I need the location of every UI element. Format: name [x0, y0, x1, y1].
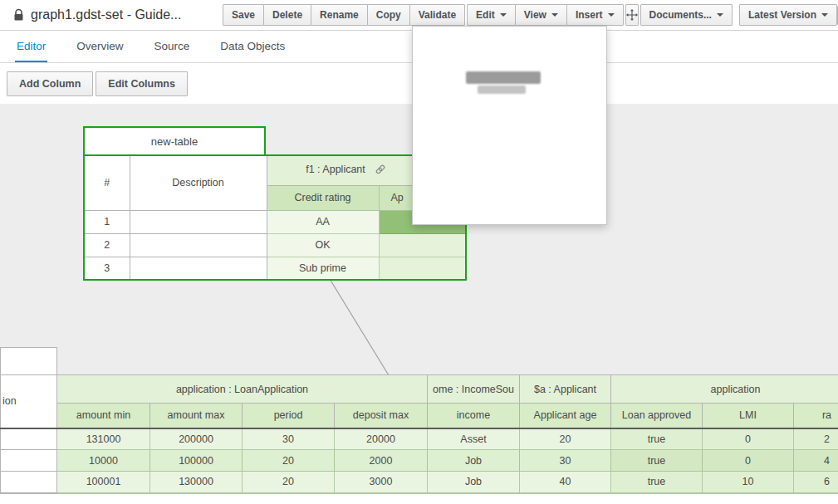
app-window: graph1.gdst-set - Guide... Save Delete R…: [0, 0, 838, 504]
cell[interactable]: 30: [520, 450, 611, 472]
edit-menu-label: Edit: [476, 9, 495, 21]
column-header[interactable]: Loan approved: [611, 404, 703, 428]
asset-title: graph1.gdst-set - Guide...: [13, 7, 223, 22]
cell[interactable]: [379, 233, 466, 257]
cell-credit-rating[interactable]: AA: [267, 210, 379, 233]
move-icon: [626, 9, 638, 21]
row-number-cell[interactable]: 3: [84, 257, 130, 280]
row-number-cell[interactable]: 2: [84, 233, 130, 257]
pattern-header-application[interactable]: application: [611, 375, 838, 404]
cell[interactable]: 6: [794, 472, 838, 493]
cell[interactable]: 30: [243, 428, 335, 450]
cell[interactable]: 0: [703, 428, 794, 450]
delete-button[interactable]: Delete: [263, 4, 311, 26]
description-cell[interactable]: [130, 233, 267, 257]
rename-button[interactable]: Rename: [311, 4, 368, 26]
description-cell[interactable]: [130, 210, 267, 233]
cell[interactable]: true: [611, 428, 703, 450]
cell[interactable]: 20: [243, 472, 335, 493]
description-cell[interactable]: [1, 428, 57, 450]
column-header[interactable]: income: [428, 404, 520, 428]
cell-credit-rating[interactable]: OK: [267, 233, 379, 257]
column-header[interactable]: ra: [794, 404, 838, 428]
cell[interactable]: true: [611, 472, 703, 493]
bottom-strip: [0, 494, 838, 504]
tab-source[interactable]: Source: [153, 31, 192, 62]
edit-menu-button[interactable]: Edit: [467, 4, 516, 26]
caret-down-icon: [821, 13, 828, 17]
table-caption[interactable]: new-table: [83, 126, 266, 154]
version-menu-button[interactable]: Latest Version: [739, 4, 837, 26]
cell-credit-rating[interactable]: Sub prime: [267, 257, 379, 280]
menu-group: Edit View Insert: [467, 4, 624, 26]
cell[interactable]: 2000: [335, 450, 428, 472]
caption-remnant-cell[interactable]: [1, 348, 57, 375]
insert-menu-label: Insert: [576, 9, 603, 21]
column-header[interactable]: amount max: [150, 404, 243, 428]
caret-down-icon: [608, 13, 615, 17]
view-menu-button[interactable]: View: [515, 4, 567, 26]
cell[interactable]: 100000: [150, 450, 243, 472]
cell[interactable]: Job: [428, 450, 520, 472]
description-cell[interactable]: [1, 450, 57, 472]
cell[interactable]: [379, 257, 466, 280]
column-header[interactable]: Applicant age: [520, 404, 611, 428]
pattern-header-applicant[interactable]: $a : Applicant: [520, 375, 611, 404]
redacted-text: [478, 86, 526, 94]
column-header[interactable]: period: [243, 404, 335, 428]
description-cell[interactable]: [1, 472, 57, 493]
view-menu-label: View: [524, 9, 546, 21]
header-cell-row-number[interactable]: #: [84, 155, 130, 210]
cell[interactable]: 10000: [57, 450, 150, 472]
description-cell[interactable]: [130, 257, 267, 280]
cell[interactable]: Asset: [428, 428, 520, 450]
header-cell-description[interactable]: Description: [130, 155, 267, 210]
caret-down-icon: [500, 13, 507, 17]
copy-button[interactable]: Copy: [367, 4, 410, 26]
column-header[interactable]: LMI: [703, 404, 794, 428]
decision-table-upper: new-table # Description f1 : Applicant C…: [83, 126, 467, 281]
pattern-header-loanapplication[interactable]: application : LoanApplication: [57, 375, 428, 404]
description-header-remnant[interactable]: ion: [1, 375, 57, 428]
insert-menu-button[interactable]: Insert: [566, 4, 624, 26]
popup-panel: [412, 26, 607, 225]
cell[interactable]: 100001: [57, 472, 150, 493]
tab-editor[interactable]: Editor: [15, 31, 47, 62]
tab-data-objects[interactable]: Data Objects: [218, 31, 287, 62]
column-header[interactable]: amount min: [57, 404, 150, 428]
column-header[interactable]: deposit max: [335, 404, 428, 428]
cell[interactable]: 200000: [150, 428, 243, 450]
cell[interactable]: true: [611, 450, 703, 472]
cell[interactable]: 4: [794, 450, 838, 472]
edit-columns-button[interactable]: Edit Columns: [96, 71, 188, 96]
cell[interactable]: 20: [520, 428, 611, 450]
cell[interactable]: 40: [520, 472, 611, 493]
version-menu-label: Latest Version: [748, 9, 816, 21]
tab-overview[interactable]: Overview: [75, 31, 125, 62]
cell[interactable]: 130000: [150, 472, 243, 493]
cell[interactable]: Job: [428, 472, 520, 493]
caret-down-icon: [551, 13, 558, 17]
cell[interactable]: 2: [794, 428, 838, 450]
cell[interactable]: 20000: [335, 428, 428, 450]
row-number-cell[interactable]: 1: [84, 210, 130, 233]
cell[interactable]: 131000: [57, 428, 150, 450]
cell[interactable]: 20: [243, 450, 335, 472]
documents-menu-button[interactable]: Documents...: [640, 4, 733, 26]
documents-menu-label: Documents...: [649, 9, 712, 21]
cell[interactable]: 10: [703, 472, 794, 493]
subheader-credit-rating[interactable]: Credit rating: [267, 185, 379, 210]
validate-button[interactable]: Validate: [409, 4, 465, 26]
decision-table-lower: ion application : LoanApplication ome : …: [0, 347, 838, 494]
cell[interactable]: 3000: [335, 472, 428, 493]
cell[interactable]: 0: [703, 450, 794, 472]
file-actions-group: Save Delete Rename Copy Validate: [223, 4, 465, 26]
pattern-header-incomesource[interactable]: ome : IncomeSou: [428, 375, 520, 404]
move-tool-button[interactable]: [625, 4, 639, 26]
pattern-header-label: f1 : Applicant: [306, 164, 365, 175]
lock-icon: [13, 8, 24, 22]
link-icon: [375, 164, 386, 178]
redacted-text: [466, 71, 541, 84]
add-column-button[interactable]: Add Column: [7, 71, 93, 96]
save-button[interactable]: Save: [223, 4, 264, 26]
